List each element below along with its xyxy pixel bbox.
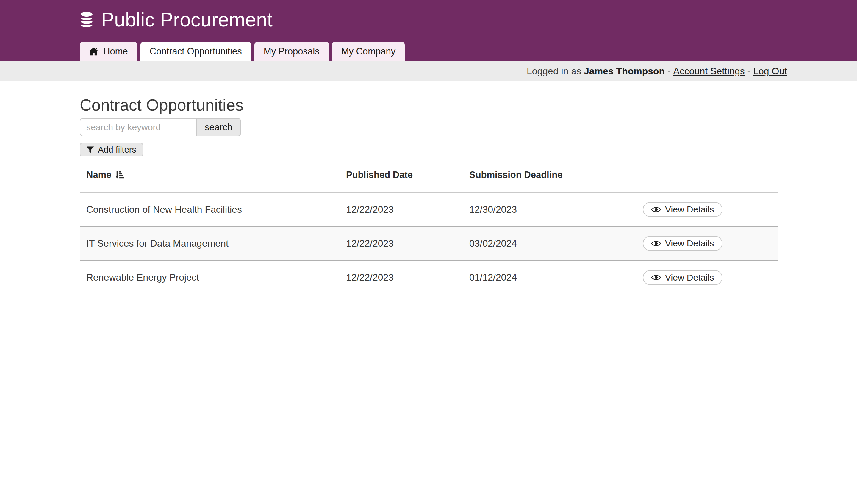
actions-cell: View Details (622, 226, 778, 260)
app-header: Public Procurement Home Contract Opportu… (0, 0, 857, 61)
opportunity-name: IT Services for Data Management (80, 226, 339, 260)
tab-label: My Company (341, 46, 396, 57)
logged-in-prefix: Logged in as (527, 66, 584, 77)
filter-icon (87, 146, 94, 153)
published-date: 12/22/2023 (339, 226, 463, 260)
separator: - (745, 66, 753, 77)
account-settings-link[interactable]: Account Settings (673, 66, 745, 77)
eye-icon (651, 206, 661, 213)
published-date: 12/22/2023 (339, 260, 463, 294)
submission-deadline: 12/30/2023 (463, 192, 622, 226)
submission-deadline: 03/02/2024 (463, 226, 622, 260)
column-header-submission-deadline: Submission Deadline (463, 170, 622, 192)
tab-my-proposals[interactable]: My Proposals (254, 41, 329, 61)
table-row: Renewable Energy Project 12/22/2023 01/1… (80, 260, 778, 294)
table-row: IT Services for Data Management 12/22/20… (80, 226, 778, 260)
add-filters-button[interactable]: Add filters (80, 143, 143, 156)
search-input[interactable] (80, 118, 197, 136)
database-icon (80, 12, 94, 27)
view-details-button[interactable]: View Details (643, 236, 722, 251)
add-filters-label: Add filters (98, 145, 136, 155)
page-title: Contract Opportunities (80, 95, 778, 115)
opportunity-name: Renewable Energy Project (80, 260, 339, 294)
user-name: James Thompson (584, 66, 665, 77)
tab-label: My Proposals (264, 46, 320, 57)
submission-deadline: 01/12/2024 (463, 260, 622, 294)
log-out-link[interactable]: Log Out (753, 66, 787, 77)
search-row: search (80, 118, 778, 136)
brand: Public Procurement (80, 0, 857, 31)
view-details-button[interactable]: View Details (643, 270, 722, 285)
sort-amount-down-icon (116, 170, 124, 180)
tab-label: Contract Opportunities (150, 46, 242, 57)
tab-home[interactable]: Home (80, 41, 137, 61)
published-date: 12/22/2023 (339, 192, 463, 226)
opportunity-name: Construction of New Health Facilities (80, 192, 339, 226)
tab-contract-opportunities[interactable]: Contract Opportunities (140, 41, 251, 61)
main-nav: Home Contract Opportunities My Proposals… (80, 41, 857, 61)
home-icon (89, 47, 99, 56)
main-content: Contract Opportunities search Add filter… (80, 95, 778, 294)
view-details-button[interactable]: View Details (643, 202, 722, 217)
separator: - (665, 66, 673, 77)
app-title: Public Procurement (101, 9, 273, 30)
column-header-name[interactable]: Name (80, 170, 339, 192)
table-header-row: Name Published Date Submission Deadline (80, 170, 778, 192)
eye-icon (651, 240, 661, 247)
table-row: Construction of New Health Facilities 12… (80, 192, 778, 226)
column-header-published-date: Published Date (339, 170, 463, 192)
actions-cell: View Details (622, 192, 778, 226)
opportunities-table: Name Published Date Submission Deadline … (80, 170, 778, 294)
tab-my-company[interactable]: My Company (332, 41, 405, 61)
search-button[interactable]: search (196, 118, 241, 136)
tab-label: Home (103, 46, 128, 57)
column-header-actions (622, 170, 778, 192)
actions-cell: View Details (622, 260, 778, 294)
session-bar: Logged in as James Thompson - Account Se… (0, 61, 857, 81)
eye-icon (651, 274, 661, 281)
